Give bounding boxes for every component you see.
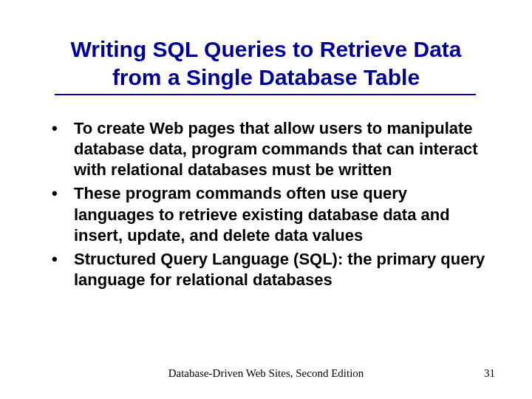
title-underline xyxy=(55,94,476,95)
slide: Writing SQL Queries to Retrieve Data fro… xyxy=(0,0,532,399)
bullet-list: To create Web pages that allow users to … xyxy=(44,118,491,290)
bullet-text: These program commands often use query l… xyxy=(74,184,450,244)
bullet-item: Structured Query Language (SQL): the pri… xyxy=(44,249,491,290)
bullet-text: Structured Query Language (SQL): the pri… xyxy=(74,250,485,289)
title-line-1: Writing SQL Queries to Retrieve Data xyxy=(70,37,461,61)
slide-title: Writing SQL Queries to Retrieve Data fro… xyxy=(0,35,532,91)
page-number: 31 xyxy=(484,367,495,380)
title-line-2: from a Single Database Table xyxy=(112,65,420,89)
slide-body: To create Web pages that allow users to … xyxy=(44,118,491,293)
bullet-text: To create Web pages that allow users to … xyxy=(74,119,478,179)
bullet-item: These program commands often use query l… xyxy=(44,183,491,245)
footer-center: Database-Driven Web Sites, Second Editio… xyxy=(0,367,532,380)
bullet-item: To create Web pages that allow users to … xyxy=(44,118,491,180)
